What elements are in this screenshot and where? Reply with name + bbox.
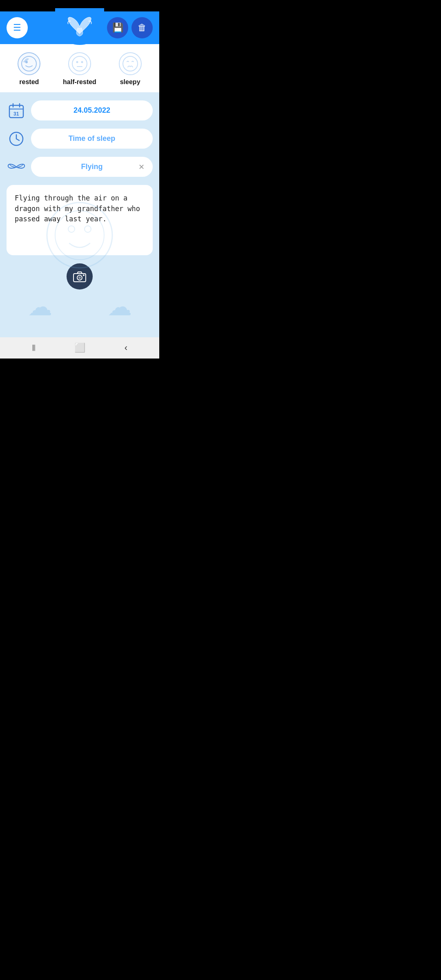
svg-point-3	[72, 56, 87, 71]
mood-rested-label: rested	[19, 78, 39, 86]
nav-bar: ⦀ ⬜ ‹	[0, 337, 159, 359]
time-row: Time of sleep	[7, 129, 153, 149]
time-input[interactable]: Time of sleep	[31, 129, 153, 149]
nav-menu-icon: ⦀	[32, 343, 36, 353]
nav-back-icon: ‹	[125, 343, 127, 353]
nav-menu-button[interactable]: ⦀	[29, 339, 39, 356]
mood-half-rested-face	[68, 52, 91, 75]
svg-point-2	[23, 61, 26, 62]
bg-clouds: ☁ ☁	[0, 292, 159, 321]
camera-button[interactable]	[67, 263, 93, 290]
app-logo-container	[55, 8, 104, 45]
menu-icon: ☰	[13, 22, 21, 33]
save-button[interactable]: 💾	[107, 17, 128, 38]
header: ☰ 💾 🗑	[0, 11, 159, 44]
mood-rested-face	[18, 52, 40, 75]
mood-rested[interactable]: rested	[18, 52, 40, 86]
menu-button[interactable]: ☰	[7, 17, 28, 38]
date-input[interactable]: 24.05.2022	[31, 100, 153, 120]
delete-icon: 🗑	[138, 22, 147, 33]
cloud-left: ☁	[28, 292, 52, 321]
svg-text:31: 31	[13, 111, 19, 117]
camera-btn-container	[7, 263, 153, 290]
delete-button[interactable]: 🗑	[131, 17, 153, 38]
svg-point-5	[81, 61, 83, 63]
main-content: 31 24.05.2022 Time of sleep	[0, 92, 159, 337]
svg-point-13	[83, 274, 85, 276]
dream-type-row: Flying ✕	[7, 157, 153, 177]
calendar-icon: 31	[7, 101, 26, 120]
svg-point-4	[76, 61, 78, 63]
mood-half-rested[interactable]: half-rested	[63, 52, 96, 86]
nav-back-button[interactable]: ‹	[121, 339, 131, 356]
close-hint-icon: ✕	[138, 163, 145, 172]
cloud-right: ☁	[107, 292, 132, 321]
app-logo-icon	[65, 12, 94, 41]
svg-point-12	[78, 276, 81, 279]
svg-point-6	[123, 56, 138, 71]
nav-home-icon: ⬜	[74, 343, 85, 353]
svg-point-0	[22, 56, 36, 71]
save-icon: 💾	[112, 22, 123, 33]
mood-sleepy-face	[119, 52, 142, 75]
dream-text-input[interactable]	[15, 193, 145, 245]
mood-half-rested-label: half-rested	[63, 78, 96, 86]
clock-icon	[7, 129, 26, 149]
mood-selector: rested half-rested	[0, 44, 159, 92]
date-row: 31 24.05.2022	[7, 100, 153, 120]
dream-text-container	[7, 185, 153, 255]
mood-sleepy-label: sleepy	[120, 78, 140, 86]
mood-sleepy[interactable]: sleepy	[119, 52, 142, 86]
dream-type-input[interactable]: Flying	[31, 157, 153, 177]
nav-home-button[interactable]: ⬜	[71, 339, 89, 356]
wings-icon	[7, 157, 26, 177]
